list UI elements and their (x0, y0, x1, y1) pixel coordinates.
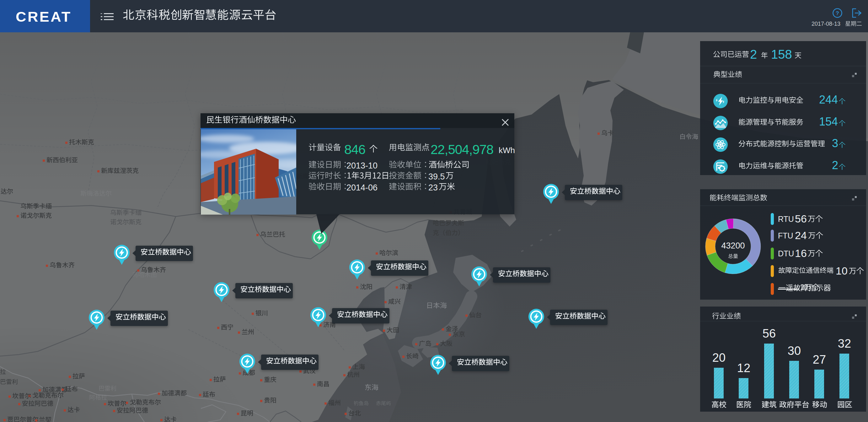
svg-text:?: ? (836, 10, 839, 16)
